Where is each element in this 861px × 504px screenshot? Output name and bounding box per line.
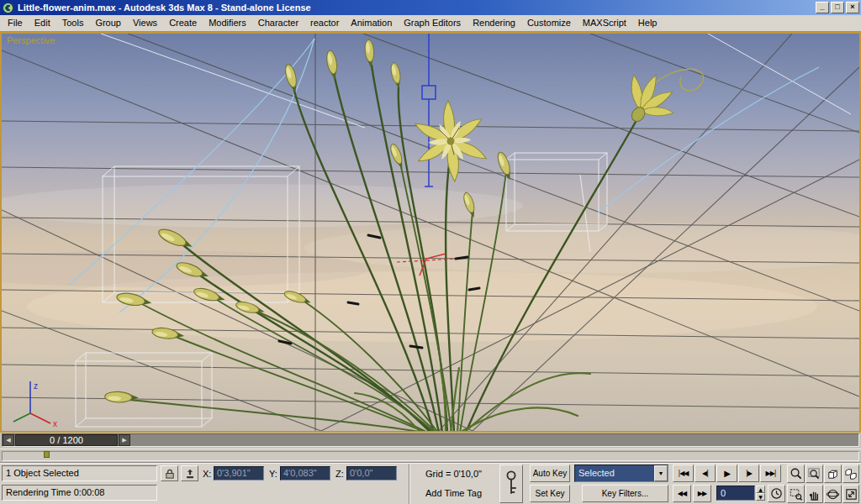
menu-item-edit[interactable]: Edit: [29, 15, 56, 31]
y-coordinate-field[interactable]: 4'0,083": [280, 466, 330, 480]
divider: [409, 464, 410, 504]
x-coordinate-field[interactable]: 0'3,901": [214, 466, 264, 480]
y-coordinate-label: Y:: [269, 467, 277, 481]
z-coordinate-field[interactable]: 0'0,0": [346, 466, 397, 480]
axis-x-label: x: [53, 419, 57, 428]
absolute-mode-icon: [184, 468, 196, 480]
menu-item-character[interactable]: Character: [252, 15, 304, 31]
zoom-button[interactable]: [787, 465, 805, 483]
menu-item-maxscript[interactable]: MAXScript: [577, 15, 632, 31]
menu-item-group[interactable]: Group: [89, 15, 127, 31]
status-bar: 1 Object Selected X: 0'3,901" Y: 4'0,083…: [0, 463, 861, 504]
next-frame-arrow[interactable]: ▶: [119, 434, 130, 446]
go-to-start-button[interactable]: |◀◀: [673, 465, 694, 482]
lock-icon: [163, 467, 176, 480]
trackbar-key-tick[interactable]: [44, 451, 50, 458]
window-title: Little-flower-anim.max - Autodesk 3ds Ma…: [18, 3, 311, 13]
menu-item-rendering[interactable]: Rendering: [467, 15, 521, 31]
dropdown-arrow-icon[interactable]: ▼: [654, 465, 668, 481]
pan-button[interactable]: [806, 485, 823, 503]
pan-hand-icon: [807, 487, 821, 501]
next-key-button[interactable]: ▶▶: [693, 485, 711, 502]
zoom-all-button[interactable]: [806, 465, 823, 483]
menu-item-create[interactable]: Create: [163, 15, 203, 31]
next-frame-button[interactable]: |▶: [738, 465, 759, 482]
selection-status-field: 1 Object Selected: [2, 465, 157, 481]
zoom-extents-button[interactable]: [824, 465, 842, 483]
region-zoom-button[interactable]: [787, 485, 805, 503]
frame-spinner-up[interactable]: ▲: [756, 486, 765, 493]
add-time-tag[interactable]: Add Time Tag: [413, 485, 494, 501]
time-slider[interactable]: ◀ 0 / 1200 ▶: [0, 433, 861, 449]
zoom-extents-all-button[interactable]: [843, 465, 859, 483]
region-zoom-icon: [789, 487, 803, 501]
minimize-button[interactable]: _: [816, 2, 829, 13]
x-coordinate-label: X:: [203, 467, 211, 481]
go-to-end-button[interactable]: ▶▶|: [760, 465, 781, 482]
menu-item-tools[interactable]: Tools: [56, 15, 90, 31]
app-icon: [3, 3, 13, 13]
selection-lock-toggle[interactable]: [161, 465, 178, 481]
title-bar[interactable]: Little-flower-anim.max - Autodesk 3ds Ma…: [0, 0, 861, 15]
zoom-extents-all-icon: [844, 467, 858, 481]
viewport-scene[interactable]: z x: [2, 34, 859, 431]
time-configuration-button[interactable]: [768, 485, 785, 502]
menu-item-reactor[interactable]: reactor: [304, 15, 345, 31]
close-button[interactable]: ×: [846, 2, 859, 13]
clock-icon: [770, 487, 783, 500]
menu-item-file[interactable]: File: [2, 15, 29, 31]
zoom-all-icon: [807, 467, 821, 481]
absolute-offset-toggle[interactable]: [181, 465, 198, 481]
arc-rotate-icon: [826, 487, 840, 501]
menu-bar: File Edit Tools Group Views Create Modif…: [0, 15, 861, 32]
selection-set-dropdown[interactable]: Selected ▼: [574, 465, 668, 482]
grid-setting-display: Grid = 0'10,0": [413, 465, 494, 481]
track-bar-lane[interactable]: [2, 451, 859, 461]
menu-item-animation[interactable]: Animation: [345, 15, 398, 31]
perspective-viewport[interactable]: z x Perspective: [0, 32, 861, 433]
set-keys-button[interactable]: [499, 465, 523, 503]
rendering-time-status: Rendering Time 0:00:08: [2, 485, 157, 501]
menu-item-customize[interactable]: Customize: [521, 15, 577, 31]
axis-z-label: z: [34, 381, 38, 391]
time-slider-button[interactable]: 0 / 1200: [15, 434, 118, 446]
frame-spinner-down[interactable]: ▼: [756, 493, 765, 501]
3dsmax-window: { "window": { "title": "Little-flower-an…: [0, 0, 861, 504]
time-slider-track[interactable]: ◀ 0 / 1200 ▶: [2, 433, 859, 447]
selection-set-value: Selected: [578, 468, 615, 478]
menu-item-help[interactable]: Help: [632, 15, 663, 31]
min-max-toggle-icon: [844, 487, 858, 501]
previous-frame-button[interactable]: ◀|: [695, 465, 716, 482]
track-bar[interactable]: [0, 449, 861, 463]
key-icon: [503, 468, 520, 500]
menu-item-graph-editors[interactable]: Graph Editors: [398, 15, 467, 31]
zoom-icon: [789, 467, 803, 481]
zoom-extents-icon: [826, 467, 840, 481]
menu-item-modifiers[interactable]: Modifiers: [203, 15, 252, 31]
min-max-toggle-button[interactable]: [843, 485, 859, 503]
auto-key-button[interactable]: Auto Key: [530, 465, 570, 482]
play-animation-button[interactable]: ▶: [716, 465, 737, 482]
set-key-mode-button[interactable]: Set Key: [530, 485, 570, 502]
previous-frame-arrow[interactable]: ◀: [3, 434, 14, 446]
z-coordinate-label: Z:: [335, 467, 344, 481]
maximize-button[interactable]: □: [831, 2, 844, 13]
arc-rotate-button[interactable]: [824, 485, 842, 503]
current-frame-field[interactable]: 0: [716, 486, 755, 501]
menu-item-views[interactable]: Views: [127, 15, 163, 31]
viewport-label[interactable]: Perspective: [7, 35, 55, 45]
previous-key-button[interactable]: ◀◀: [673, 485, 691, 502]
key-filters-button[interactable]: Key Filters...: [582, 485, 668, 502]
